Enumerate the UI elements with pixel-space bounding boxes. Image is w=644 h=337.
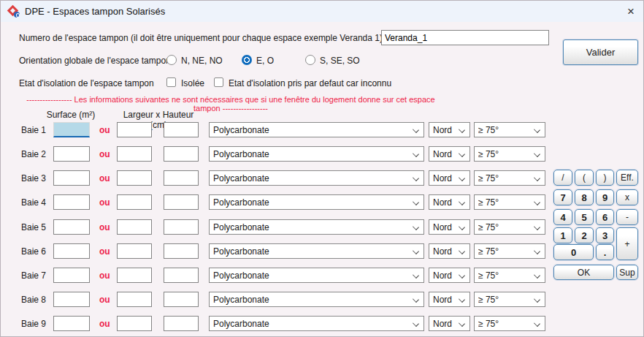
- largeur-input[interactable]: [117, 122, 152, 137]
- keypad-key-4[interactable]: 4: [553, 209, 572, 225]
- keypad-key-6[interactable]: 6: [596, 209, 614, 225]
- surface-input[interactable]: [53, 292, 90, 307]
- keypad-key-3[interactable]: 3: [596, 227, 614, 243]
- orientation-radio-1[interactable]: [242, 55, 252, 65]
- angle-select[interactable]: ≥ 75°: [474, 243, 545, 259]
- surface-input[interactable]: [53, 243, 90, 259]
- keypad-key-sym11[interactable]: -: [616, 209, 638, 225]
- vitrage-select[interactable]: Polycarbonate: [209, 292, 424, 307]
- angle-select[interactable]: ≥ 75°: [474, 268, 545, 283]
- keypad-key-1[interactable]: 1: [553, 227, 572, 243]
- angle-select-value: ≥ 75°: [478, 125, 499, 135]
- close-icon[interactable]: ×: [618, 1, 643, 22]
- largeur-input[interactable]: [117, 243, 152, 259]
- angle-select[interactable]: ≥ 75°: [474, 219, 545, 235]
- vitrage-select[interactable]: Polycarbonate: [209, 219, 424, 235]
- hauteur-input[interactable]: [164, 268, 199, 283]
- orientation-select[interactable]: Nord: [429, 170, 470, 186]
- vitrage-select[interactable]: Polycarbonate: [209, 316, 424, 331]
- orientation-select[interactable]: Nord: [429, 219, 470, 235]
- surface-input[interactable]: [53, 146, 90, 162]
- orientation-select[interactable]: Nord: [429, 194, 470, 210]
- vitrage-select[interactable]: Polycarbonate: [209, 243, 424, 259]
- chevron-down-icon: [413, 126, 419, 133]
- hauteur-input[interactable]: [164, 219, 199, 235]
- orientation-select-value: Nord: [433, 319, 452, 329]
- keypad-key-0[interactable]: 0: [553, 244, 594, 260]
- orientation-select-value: Nord: [433, 125, 452, 135]
- surface-input[interactable]: [53, 316, 90, 331]
- angle-select[interactable]: ≥ 75°: [474, 146, 545, 162]
- chevron-down-icon: [413, 272, 419, 279]
- angle-select[interactable]: ≥ 75°: [474, 194, 545, 210]
- keypad-key-8[interactable]: 8: [575, 189, 594, 205]
- hauteur-input[interactable]: [164, 243, 199, 259]
- hauteur-input[interactable]: [164, 292, 199, 307]
- keypad-key-7[interactable]: 7: [553, 189, 572, 205]
- chevron-down-icon: [413, 199, 419, 205]
- orientation-radio-label[interactable]: E, O: [256, 56, 274, 66]
- surface-input[interactable]: [53, 170, 90, 186]
- isolation-checkbox-label[interactable]: Isolée: [181, 78, 204, 88]
- keypad-key-sym2[interactable]: ): [596, 170, 614, 186]
- keypad-key-dot[interactable]: .: [596, 244, 614, 260]
- surface-input[interactable]: [53, 122, 90, 137]
- orientation-select[interactable]: Nord: [429, 122, 470, 137]
- orientation-select[interactable]: Nord: [429, 292, 470, 307]
- keypad-key-5[interactable]: 5: [575, 209, 594, 225]
- angle-select[interactable]: ≥ 75°: [474, 122, 545, 137]
- ou-label: ou: [99, 270, 110, 281]
- hauteur-input[interactable]: [164, 194, 199, 210]
- isolation-checkbox-0[interactable]: [166, 77, 176, 87]
- orientation-radio-2[interactable]: [305, 55, 315, 65]
- vitrage-select[interactable]: Polycarbonate: [209, 194, 424, 210]
- isolation-label: Etat d'isolation de l'espace tampon: [19, 78, 154, 88]
- isolation-checkbox-1[interactable]: [214, 77, 223, 87]
- angle-select[interactable]: ≥ 75°: [474, 292, 545, 307]
- largeur-input[interactable]: [117, 268, 152, 283]
- orientation-select[interactable]: Nord: [429, 268, 470, 283]
- surface-input[interactable]: [53, 219, 90, 235]
- largeur-input[interactable]: [117, 146, 152, 162]
- hauteur-input[interactable]: [164, 170, 199, 186]
- orientation-select[interactable]: Nord: [429, 243, 470, 259]
- largeur-input[interactable]: [117, 292, 152, 307]
- vitrage-select[interactable]: Polycarbonate: [209, 146, 424, 162]
- chevron-down-icon: [534, 126, 540, 133]
- largeur-input[interactable]: [117, 219, 152, 235]
- keypad-key-Eff[interactable]: Eff.: [616, 170, 638, 186]
- app-icon: [7, 5, 20, 18]
- orientation-radio-label[interactable]: N, NE, NO: [181, 56, 223, 66]
- ok-button[interactable]: OK: [553, 265, 614, 280]
- keypad-key-2[interactable]: 2: [575, 227, 594, 243]
- hauteur-input[interactable]: [164, 122, 199, 137]
- vitrage-select[interactable]: Polycarbonate: [209, 268, 424, 283]
- hauteur-input[interactable]: [164, 146, 199, 162]
- vitrage-select[interactable]: Polycarbonate: [209, 170, 424, 186]
- keypad-key-sym0[interactable]: /: [553, 170, 572, 186]
- keypad-key-x[interactable]: x: [616, 189, 638, 205]
- surface-input[interactable]: [53, 268, 90, 283]
- angle-select[interactable]: ≥ 75°: [474, 170, 545, 186]
- vitrage-select[interactable]: Polycarbonate: [209, 122, 424, 137]
- orientation-radio-label[interactable]: S, SE, SO: [320, 56, 360, 66]
- isolation-checkbox-label[interactable]: Etat d'isolation pris par defaut car inc…: [229, 78, 391, 88]
- keypad-key-sym1[interactable]: (: [575, 170, 594, 186]
- angle-select[interactable]: ≥ 75°: [474, 316, 545, 331]
- keypad-key-sym15[interactable]: +: [616, 227, 638, 260]
- largeur-input[interactable]: [117, 170, 152, 186]
- largeur-input[interactable]: [117, 194, 152, 210]
- sup-button[interactable]: Sup: [616, 265, 638, 280]
- surface-input[interactable]: [53, 194, 90, 210]
- baie-row-label: Baie 9: [21, 319, 46, 329]
- orientation-select[interactable]: Nord: [429, 146, 470, 162]
- keypad-key-9[interactable]: 9: [596, 189, 614, 205]
- largeur-input[interactable]: [117, 316, 152, 331]
- orientation-select[interactable]: Nord: [429, 316, 470, 331]
- valider-button[interactable]: Valider: [563, 39, 638, 65]
- hauteur-input[interactable]: [164, 316, 199, 331]
- numero-input[interactable]: [381, 30, 549, 45]
- ou-label: ou: [99, 125, 110, 135]
- orientation-radio-0[interactable]: [166, 55, 177, 65]
- chevron-down-icon: [413, 175, 419, 181]
